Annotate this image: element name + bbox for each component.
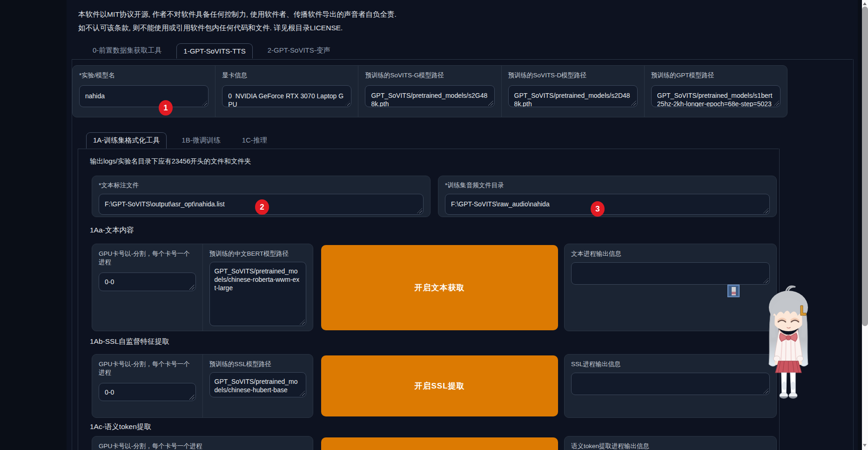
annotation-marker-2: 2 (255, 199, 269, 215)
gpt-sovits-webui: 本软件以MIT协议开源, 作者不对软件具备任何控制力, 使用软件者、传播软件导出… (0, 0, 868, 450)
tab-2-voice-changer[interactable]: 2-GPT-SoVITS-变声 (261, 43, 337, 58)
annotation-marker-1: 1 (159, 100, 173, 116)
subtab-1b-finetune[interactable]: 1B-微调训练 (175, 133, 227, 148)
subtab-1a-formatting[interactable]: 1A-训练集格式化工具 (86, 132, 167, 149)
field-label: 文本进程输出信息 (571, 250, 770, 258)
gpu-info-input[interactable]: 0 NVIDIA GeForce RTX 3070 Laptop GPU (222, 85, 351, 107)
field-bert-path: 预训练的中文BERT模型路径 GPT_SoVITS/pretrained_mod… (202, 244, 313, 331)
start-text-extraction-button[interactable]: 开启文本获取 (321, 245, 558, 330)
field-ssl-path: 预训练的SSL模型路径 GPT_SoVITS/pretrained_models… (202, 355, 313, 417)
bert-path-input[interactable]: GPT_SoVITS/pretrained_models/chinese-rob… (209, 262, 307, 326)
field-gpu-info: 显卡信息 0 NVIDIA GeForce RTX 3070 Laptop GP… (215, 66, 358, 117)
field-label: 预训练的SoVITS-D模型路径 (508, 71, 638, 80)
gpu-ids-input-ab[interactable]: 0-0 (99, 383, 196, 401)
field-label: 预训练的中文BERT模型路径 (209, 250, 307, 258)
field-label: *训练集音频文件目录 (445, 181, 770, 190)
experiment-name-input[interactable]: nahida (79, 85, 209, 107)
license-line-2: 如不认可该条款, 则不能使用或引用软件包内任何代码和文件. 详见根目录LICEN… (78, 21, 397, 34)
field-label: 显卡信息 (222, 71, 351, 80)
start-ssl-extraction-button[interactable]: 开启SSL提取 (321, 355, 558, 416)
mascot-character-image (765, 283, 812, 401)
field-label: SSL进程输出信息 (571, 360, 770, 368)
gpu-ids-input-aa[interactable]: 0-0 (99, 273, 196, 291)
text-extract-settings-block: GPU卡号以-分割，每个卡号一个进程 0-0 预训练的中文BERT模型路径 GP… (92, 244, 313, 331)
scrollbar-track[interactable] (862, 0, 868, 450)
ssl-process-output-block: SSL进程输出信息 (564, 354, 777, 418)
field-label: *实验/模型名 (79, 71, 209, 80)
field-label: 预训练的SoVITS-G模型路径 (365, 71, 494, 80)
field-sovits-g-path: 预训练的SoVITS-G模型路径 GPT_SoVITS/pretrained_m… (358, 66, 501, 117)
field-gpu-ids-ab: GPU卡号以-分割，每个卡号一个进程 0-0 (92, 355, 202, 417)
sub-tab-bar: 1A-训练集格式化工具 1B-微调训练 1C-推理 (86, 132, 274, 148)
scrollbar-thumb[interactable] (862, 7, 868, 326)
semantic-token-settings-block: GPU卡号以-分割，每个卡号一个进程 (92, 436, 313, 450)
ssl-extract-settings-block: GPU卡号以-分割，每个卡号一个进程 0-0 预训练的SSL模型路径 GPT_S… (92, 354, 313, 418)
sub-tab-divider (78, 149, 779, 149)
sovits-d-path-input[interactable]: GPT_SoVITS/pretrained_models/s2D488k.pth (508, 85, 638, 107)
field-gpu-ids-aa: GPU卡号以-分割，每个卡号一个进程 0-0 (92, 244, 202, 331)
field-experiment-name: *实验/模型名 nahida (73, 66, 215, 117)
scrollbar-up-arrow-icon[interactable] (863, 2, 867, 5)
gpt-path-input[interactable]: GPT_SoVITS/pretrained_models/s1bert25hz-… (651, 85, 781, 107)
logs-hint-text: 输出logs/实验名目录下应有23456开头的文件和文件夹 (90, 157, 251, 166)
ssl-process-output[interactable] (571, 373, 770, 395)
tiny-image-figure (732, 287, 736, 295)
tiny-image-thumbnail[interactable] (727, 285, 740, 297)
field-label: GPU卡号以-分割，每个卡号一个进程 (99, 442, 306, 450)
semantic-token-output-block: 语义token提取进程输出信息 (564, 436, 777, 450)
field-gpt-path: 预训练的GPT模型路径 GPT_SoVITS/pretrained_models… (644, 66, 787, 117)
annotation-marker-3: 3 (591, 201, 605, 217)
field-label: GPU卡号以-分割，每个卡号一个进程 (99, 250, 196, 266)
text-process-output-block: 文本进程输出信息 (564, 244, 777, 331)
field-label: GPU卡号以-分割，每个卡号一个进程 (99, 360, 196, 377)
scrollbar-down-arrow-icon[interactable] (863, 444, 867, 447)
field-sovits-d-path: 预训练的SoVITS-D模型路径 GPT_SoVITS/pretrained_m… (501, 66, 644, 117)
field-label: 预训练的SSL模型路径 (209, 360, 307, 368)
license-notice: 本软件以MIT协议开源, 作者不对软件具备任何控制力, 使用软件者、传播软件导出… (78, 7, 397, 34)
field-label: 语义token提取进程输出信息 (571, 442, 770, 450)
section-title-1ac: 1Ac-语义token提取 (90, 422, 151, 432)
sovits-g-path-input[interactable]: GPT_SoVITS/pretrained_models/s2G488k.pth (365, 85, 494, 107)
section-title-1aa: 1Aa-文本内容 (90, 225, 134, 235)
audio-dir-block: *训练集音频文件目录 F:\GPT-SoVITS\raw_audio\nahid… (438, 176, 777, 217)
tab-0-dataset-tools[interactable]: 0-前置数据集获取工具 (86, 43, 168, 58)
audio-dir-input[interactable]: F:\GPT-SoVITS\raw_audio\nahida (445, 194, 770, 215)
text-process-output[interactable] (571, 262, 770, 285)
license-line-1: 本软件以MIT协议开源, 作者不对软件具备任何控制力, 使用软件者、传播软件导出… (78, 7, 397, 21)
field-label: 预训练的GPT模型路径 (651, 71, 781, 80)
section-title-1ab: 1Ab-SSL自监督特征提取 (90, 337, 169, 347)
subtab-1c-inference[interactable]: 1C-推理 (236, 133, 274, 148)
main-tab-divider (72, 59, 853, 60)
start-semantic-token-button[interactable] (321, 437, 558, 450)
experiment-settings-row: *实验/模型名 nahida 显卡信息 0 NVIDIA GeForce RTX… (72, 65, 787, 117)
field-label: *文本标注文件 (99, 181, 424, 190)
main-tab-bar: 0-前置数据集获取工具 1-GPT-SoVITS-TTS 2-GPT-SoVIT… (86, 43, 337, 58)
ssl-path-input[interactable]: GPT_SoVITS/pretrained_models/chinese-hub… (209, 372, 307, 397)
tab-1-gpt-sovits-tts[interactable]: 1-GPT-SoVITS-TTS (176, 43, 252, 59)
